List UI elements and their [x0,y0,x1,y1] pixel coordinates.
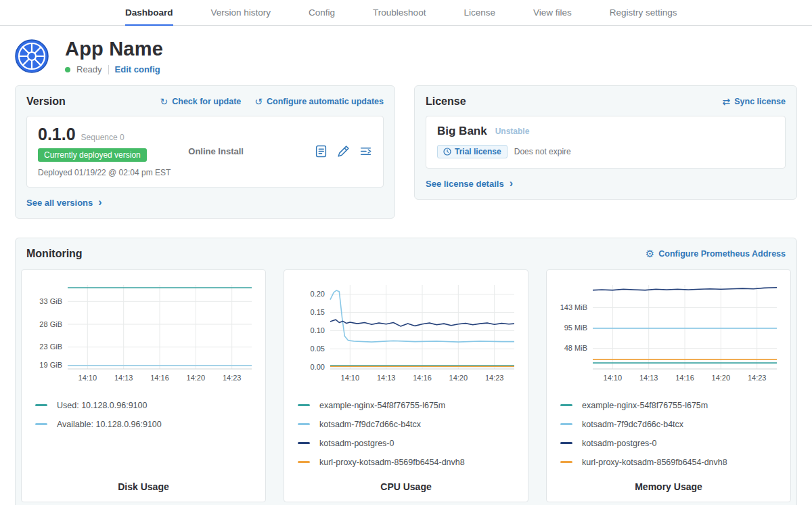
sync-license-label: Sync license [734,97,786,106]
chart-card-disk-usage: 19 GiB23 GiB28 GiB33 GiB14:1014:1314:161… [21,269,266,502]
tab-troubleshoot[interactable]: Troubleshoot [373,0,426,26]
monitoring-section: Monitoring ⚙ Configure Prometheus Addres… [15,238,797,505]
license-card-title: License [426,95,466,108]
svg-text:143 MiB: 143 MiB [560,303,587,311]
tab-view-files[interactable]: View files [533,0,572,26]
svg-text:14:20: 14:20 [187,374,206,382]
auto-update-icon: ↺ [254,97,263,106]
svg-text:0.10: 0.10 [311,326,325,334]
configure-prometheus-label: Configure Prometheus Address [658,249,786,259]
legend-label: kotsadm-postgres-0 [319,439,394,448]
legend-item: kurl-proxy-kotsadm-8569fb6454-dnvh8 [298,453,521,472]
chart-title: Memory Usage [554,472,784,492]
svg-text:14:23: 14:23 [748,374,767,382]
app-header: App Name Ready Edit config [15,38,797,74]
svg-text:14:16: 14:16 [675,374,694,382]
configure-automatic-updates-link[interactable]: ↺ Configure automatic updates [254,97,384,106]
version-action-icons [315,145,372,158]
license-expiration: Does not expire [514,147,571,156]
tab-version-history[interactable]: Version history [211,0,271,26]
legend-label: example-nginx-54f8f76755-l675m [319,401,445,410]
legend-swatch [298,404,310,406]
legend-item: kotsadm-postgres-0 [298,434,521,453]
edit-config-icon[interactable] [337,145,350,158]
svg-text:48 MiB: 48 MiB [564,344,587,352]
chart-title: Disk Usage [28,472,258,492]
check-for-update-label: Check for update [172,97,241,106]
svg-text:14:20: 14:20 [712,374,731,382]
chevron-right-icon: › [98,197,102,208]
svg-text:14:23: 14:23 [485,374,504,382]
see-license-details-label: See license details [426,179,504,189]
customer-name: Big Bank [437,125,487,138]
svg-text:14:16: 14:16 [150,374,169,382]
version-card: Version ↻ Check for update ↺ Configure a… [15,85,395,219]
app-meta: App Name Ready Edit config [65,38,163,74]
status-dot [65,67,70,72]
svg-text:28 GiB: 28 GiB [39,320,62,328]
edit-config-link[interactable]: Edit config [115,64,160,74]
version-card-header: Version ↻ Check for update ↺ Configure a… [26,95,384,108]
clock-icon [443,148,451,156]
svg-text:0.15: 0.15 [311,307,325,315]
nav-tabs: DashboardVersion historyConfigTroublesho… [125,0,677,25]
legend-item: kurl-proxy-kotsadm-8569fb6454-dnvh8 [560,453,784,472]
app-status: Ready [76,64,102,74]
svg-text:0.20: 0.20 [311,290,325,298]
legend-label: example-nginx-54f8f76755-l675m [582,401,708,410]
svg-text:95 MiB: 95 MiB [564,324,587,332]
legend-swatch [35,404,47,406]
legend-swatch [298,423,310,425]
svg-text:33 GiB: 33 GiB [39,297,62,305]
legend-swatch [560,404,572,406]
trial-license-label: Trial license [455,147,501,156]
svg-text:14:10: 14:10 [604,374,623,382]
tab-config[interactable]: Config [309,0,335,26]
app-title: App Name [65,38,163,60]
legend-item: example-nginx-54f8f76755-l675m [298,396,521,415]
svg-text:14:23: 14:23 [223,374,242,382]
version-info: 0.1.0 Sequence 0 Currently deployed vers… [38,125,188,177]
svg-text:19 GiB: 19 GiB [39,361,62,369]
tab-registry-settings[interactable]: Registry settings [610,0,677,26]
dashboard-page: App Name Ready Edit config Version ↻ Che… [0,38,812,505]
configure-prometheus-link[interactable]: ⚙ Configure Prometheus Address [646,248,786,259]
chart-legend: example-nginx-54f8f76755-l675mkotsadm-7f… [291,396,521,472]
legend-swatch [560,442,572,444]
cpu-usage-chart: 0.000.050.100.150.2014:1014:1314:1614:20… [292,278,520,388]
see-license-details-link[interactable]: See license details › [426,178,513,189]
svg-text:14:10: 14:10 [341,374,360,382]
current-version-box: 0.1.0 Sequence 0 Currently deployed vers… [26,116,384,188]
sync-license-link[interactable]: ⇄ Sync license [723,97,786,106]
deployed-badge: Currently deployed version [38,148,147,162]
channel-name: Unstable [495,127,530,136]
chart-title: CPU Usage [291,472,521,492]
release-notes-icon[interactable] [359,145,372,158]
tab-license[interactable]: License [464,0,495,26]
svg-text:14:13: 14:13 [377,374,396,382]
license-card-header: License ⇄ Sync license [426,95,786,108]
legend-swatch [560,461,572,463]
see-all-versions-link[interactable]: See all versions › [26,197,102,208]
svg-text:14:13: 14:13 [114,374,133,382]
svg-text:14:20: 14:20 [449,374,468,382]
legend-label: Available: 10.128.0.96:9100 [57,420,162,429]
chevron-right-icon: › [510,178,513,189]
sync-icon: ⇄ [723,97,731,106]
legend-label: kurl-proxy-kotsadm-8569fb6454-dnvh8 [319,458,465,467]
chart-legend: Used: 10.128.0.96:9100Available: 10.128.… [28,396,258,434]
trial-license-badge: Trial license [437,145,508,158]
tab-dashboard[interactable]: Dashboard [125,0,173,26]
gear-icon: ⚙ [646,248,654,259]
legend-item: Available: 10.128.0.96:9100 [35,415,258,434]
charts-row: 19 GiB23 GiB28 GiB33 GiB14:1014:1314:161… [21,269,791,502]
svg-text:14:16: 14:16 [413,374,432,382]
license-info-box: Big Bank Unstable Trial license Does not… [426,116,786,169]
svg-text:23 GiB: 23 GiB [39,343,62,351]
preflight-checks-icon[interactable] [315,145,328,158]
version-number: 0.1.0 [38,125,76,144]
chart-card-cpu-usage: 0.000.050.100.150.2014:1014:1314:1614:20… [284,269,528,502]
check-for-update-link[interactable]: ↻ Check for update [160,97,241,106]
svg-text:14:10: 14:10 [78,374,97,382]
memory-usage-chart: 48 MiB95 MiB143 MiB14:1014:1314:1614:201… [555,278,782,388]
